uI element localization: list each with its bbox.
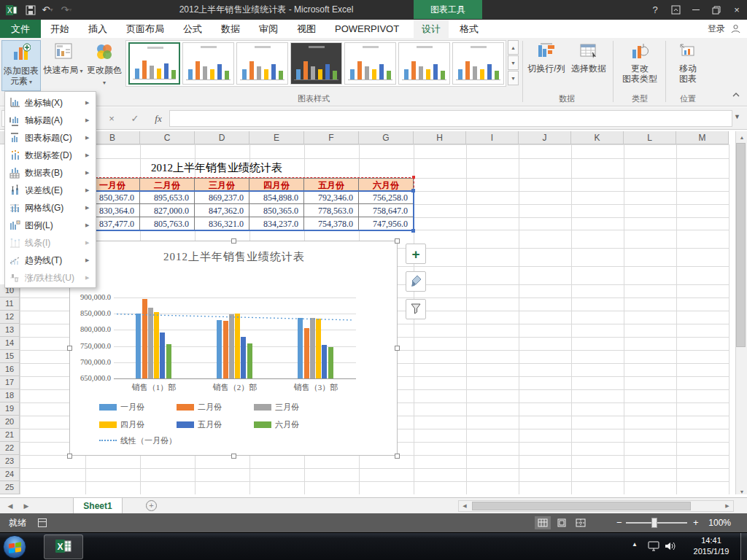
chart-bar-三月份[interactable] [148, 308, 153, 378]
row-header-22[interactable]: 22 [0, 442, 20, 455]
start-button[interactable] [3, 535, 26, 559]
menu-item-10[interactable]: 趋势线(T)▶ [5, 252, 96, 269]
chart-bar-二月份[interactable] [142, 299, 147, 378]
chart-resize-handle[interactable] [231, 454, 236, 459]
row-header-16[interactable]: 16 [0, 363, 20, 376]
row-header-17[interactable]: 17 [0, 376, 20, 389]
tab-公式[interactable]: 公式 [174, 20, 212, 38]
sheet-nav-left-icon[interactable]: ◀ [3, 498, 18, 514]
tray-speaker-icon[interactable] [664, 541, 676, 553]
gallery-more-icon[interactable]: ▼ [508, 71, 519, 85]
column-header-M[interactable]: M [676, 131, 729, 144]
column-header-D[interactable]: D [195, 131, 249, 144]
column-header-H[interactable]: H [414, 131, 466, 144]
macro-record-icon[interactable] [38, 518, 47, 527]
chart-bar-二月份[interactable] [304, 328, 309, 378]
tab-审阅[interactable]: 审阅 [249, 20, 287, 38]
menu-item-7[interactable]: 网格线(G)▶ [5, 199, 96, 217]
range-handle[interactable] [411, 189, 415, 192]
cancel-icon[interactable]: × [102, 110, 121, 127]
chart-resize-handle[interactable] [231, 238, 236, 244]
ribbon-display-options-icon[interactable] [665, 0, 686, 20]
chart-title[interactable]: 2012上半年销售业绩统计表 [70, 250, 398, 264]
row-header-20[interactable]: 20 [0, 416, 20, 429]
tab-POWERPIVOT[interactable]: POWERPIVOT [325, 20, 409, 38]
show-desktop-button[interactable] [740, 533, 747, 560]
chart-bar-一月份[interactable] [136, 314, 141, 378]
horizontal-scrollbar[interactable]: ◀ ▶ [458, 500, 734, 512]
menu-item-4[interactable]: 数据标签(D)▶ [5, 147, 96, 164]
formula-bar-expand-icon[interactable]: ▼ [734, 113, 740, 120]
close-button[interactable]: × [727, 0, 747, 20]
legend-item-trendline[interactable]: 线性（一月份） [99, 435, 177, 446]
chart-bar-六月份[interactable] [328, 347, 333, 378]
chart-bar-四月份[interactable] [154, 312, 159, 378]
column-header-F[interactable]: F [304, 131, 359, 144]
chart-filter-button[interactable] [406, 299, 426, 319]
chart-bar-三月份[interactable] [229, 314, 234, 378]
chart-bar-五月份[interactable] [241, 337, 246, 378]
chart-style-thumbnail-2[interactable] [182, 42, 234, 85]
chart-elements-button[interactable]: + [406, 244, 426, 264]
chart-bar-六月份[interactable] [166, 344, 171, 378]
menu-item-5[interactable]: 数据表(B)▶ [5, 164, 96, 182]
row-header-24[interactable]: 24 [0, 468, 20, 481]
move-chart-button[interactable]: 移动 图表 [670, 40, 706, 90]
menu-item-6[interactable]: 误差线(E)▶ [5, 182, 96, 199]
chart-style-thumbnail-4[interactable] [290, 42, 342, 85]
formula-input[interactable] [169, 110, 732, 127]
row-header-13[interactable]: 13 [0, 324, 20, 337]
zoom-percentage[interactable]: 100% [708, 513, 731, 532]
row-header-25[interactable]: 25 [0, 481, 20, 494]
column-header-E[interactable]: E [249, 131, 304, 144]
chart-resize-handle[interactable] [395, 454, 400, 459]
chart-resize-handle[interactable] [395, 238, 400, 244]
new-sheet-icon[interactable]: + [146, 500, 157, 511]
chart-bar-三月份[interactable] [310, 318, 315, 378]
row-header-14[interactable]: 14 [0, 337, 20, 350]
chart-style-thumbnail-1[interactable] [128, 42, 180, 85]
gallery-scroll-down-icon[interactable]: ▼ [508, 55, 519, 70]
range-handle[interactable] [411, 229, 415, 233]
select-data-button[interactable]: 选择数据 [569, 40, 608, 90]
tab-页面布局[interactable]: 页面布局 [117, 20, 174, 38]
column-header-C[interactable]: C [140, 131, 195, 144]
tab-design[interactable]: 设计 [414, 20, 449, 38]
chart-style-thumbnail-6[interactable] [398, 42, 450, 85]
range-handle[interactable] [412, 176, 415, 179]
quick-layout-button[interactable]: 快速布局 ▾ [43, 40, 83, 90]
column-header-J[interactable]: J [519, 131, 571, 144]
row-header-12[interactable]: 12 [0, 311, 20, 324]
column-header-G[interactable]: G [359, 131, 414, 144]
chart-style-thumbnail-7[interactable] [452, 42, 504, 85]
tray-display-icon[interactable] [648, 541, 659, 553]
menu-item-3[interactable]: 图表标题(C)▶ [5, 129, 96, 147]
tray-chevron-up-icon[interactable]: ▲ [632, 541, 638, 548]
chart-bar-五月份[interactable] [160, 332, 165, 378]
legend-item-二月份[interactable]: 二月份 [177, 402, 222, 412]
legend-item-三月份[interactable]: 三月份 [254, 402, 299, 412]
chart-bar-五月份[interactable] [322, 345, 327, 378]
minimize-button[interactable] [686, 0, 706, 20]
zoom-slider-thumb[interactable] [651, 518, 657, 528]
enter-icon[interactable]: ✓ [125, 110, 144, 127]
chart-object[interactable]: 2012上半年销售业绩统计表 900,000.0850,000.0800,000… [69, 241, 398, 456]
row-header-23[interactable]: 23 [0, 455, 20, 468]
column-header-L[interactable]: L [624, 131, 676, 144]
vertical-scroll-thumb[interactable] [736, 143, 746, 347]
save-icon[interactable] [23, 3, 38, 17]
normal-view-icon[interactable] [535, 516, 551, 529]
sheet-nav-right-icon[interactable]: ▶ [19, 498, 34, 514]
row-header-19[interactable]: 19 [0, 402, 20, 416]
page-layout-view-icon[interactable] [554, 516, 570, 529]
sheet-tab-sheet1[interactable]: Sheet1 [73, 498, 123, 514]
collapse-ribbon-icon[interactable] [729, 92, 743, 104]
redo-icon[interactable]: ↷▾ [58, 3, 74, 17]
row-header-11[interactable]: 11 [0, 298, 20, 311]
legend-item-四月份[interactable]: 四月份 [99, 419, 144, 429]
zoom-in-icon[interactable]: + [693, 513, 699, 532]
gallery-scroll-up-icon[interactable]: ▲ [508, 40, 519, 55]
help-icon[interactable]: ? [645, 0, 665, 20]
change-chart-type-button[interactable]: 更改 图表类型 [617, 40, 662, 90]
chart-bar-六月份[interactable] [247, 343, 252, 378]
